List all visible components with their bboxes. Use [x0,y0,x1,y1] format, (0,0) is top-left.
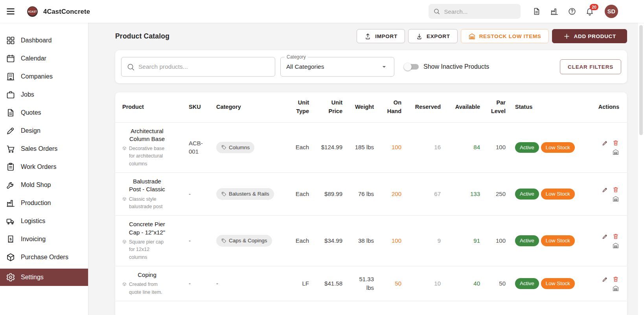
reserved-cell: 10 [406,266,445,301]
gear-icon [6,273,15,282]
sidebar-item-label: Dashboard [21,37,52,44]
restock-item-icon[interactable] [612,242,619,249]
menu-icon[interactable] [6,6,16,16]
weight-cell: 185 lbs [347,122,379,173]
briefcase-icon [6,90,15,99]
production-icon[interactable] [550,7,559,16]
unit-price-cell: $34.99 [314,216,347,266]
sidebar-item-sales-orders[interactable]: Sales Orders [0,140,88,158]
global-search-input[interactable] [444,8,516,15]
sidebar-item-quotes[interactable]: Quotes [0,104,88,122]
import-button[interactable]: IMPORT [357,29,405,43]
stock-status-badge: Low Stock [541,278,575,289]
restock-item-icon[interactable] [612,195,619,202]
on-hand-cell: 100 [379,122,406,173]
on-hand-cell: 200 [379,173,406,216]
clear-filters-button[interactable]: CLEAR FILTERS [560,59,621,74]
sidebar-item-label: Settings [21,274,44,281]
sidebar-item-label: Production [21,200,51,207]
edit-icon[interactable] [602,233,609,240]
sku-cell: - [184,173,212,216]
sidebar-item-design[interactable]: Design [0,122,88,140]
global-search[interactable] [429,4,521,19]
product-search-input[interactable] [138,63,270,70]
category-chip: Caps & Copings [216,235,272,247]
edit-icon[interactable] [602,139,609,147]
table-row: Architectural Column Base Decorative bas… [115,122,627,173]
calendar-icon [6,54,15,63]
product-table: Product SKU Category Unit Type Unit Pric… [115,92,627,315]
sidebar-item-label: Sales Orders [21,145,57,152]
edit-icon[interactable] [602,276,609,283]
documents-icon[interactable] [532,7,541,16]
unit-type-cell: Each [288,122,314,173]
plus-icon [563,33,570,40]
dashboard-icon [6,36,15,45]
status-badge: Active [515,235,539,246]
available-cell: 133 [445,173,485,216]
logo-text: 4CAST [28,10,37,13]
category-chip: Balusters & Rails [216,188,274,200]
export-button[interactable]: EXPORT [408,29,458,43]
reserved-cell: 16 [406,122,445,173]
document-icon [6,108,15,117]
table-row: Balustrade Post - Classic Classic style … [115,173,627,216]
col-actions: Actions [583,92,627,122]
sidebar-item-invoicing[interactable]: $ Invoicing [0,230,88,248]
product-search[interactable] [121,57,275,77]
add-product-button[interactable]: ADD PRODUCT [552,29,627,43]
bell-icon[interactable]: 20 [585,7,594,16]
sidebar-item-mold-shop[interactable]: Mold Shop [0,176,88,194]
unit-type-cell: LF [288,266,314,301]
wrench-icon [6,180,15,190]
col-sku: SKU [184,92,212,122]
show-inactive-toggle[interactable]: Show Inactive Products [404,63,489,70]
col-product: Product [115,92,184,122]
sidebar-item-purchase-orders[interactable]: Purchase Orders [0,248,88,266]
sidebar-item-label: Invoicing [21,236,46,243]
sidebar-item-production[interactable]: Production [0,194,88,212]
app-title: 4CastConcrete [43,8,90,15]
svg-text:$: $ [9,237,11,241]
warehouse-icon [468,33,476,40]
reserved-cell: 67 [406,173,445,216]
scrollbar-thumb[interactable] [639,25,643,135]
sidebar-item-jobs[interactable]: Jobs [0,86,88,104]
sidebar-item-logistics[interactable]: Logistics [0,212,88,230]
app-logo: 4CAST [27,6,38,17]
category-select-value: All Categories [286,63,324,70]
category-select[interactable]: Category All Categories [280,57,394,77]
delete-icon[interactable] [612,233,619,240]
sidebar-item-companies[interactable]: Companies [0,68,88,86]
restock-item-icon[interactable] [612,285,619,292]
delete-icon[interactable] [612,186,619,193]
notification-badge: 20 [590,4,598,10]
upload-icon [364,33,372,40]
toggle-track[interactable] [405,64,419,70]
category-cell: - [212,266,288,301]
truck-icon [6,216,15,226]
unit-type-cell: Each [288,216,314,266]
vertical-scrollbar[interactable] [638,23,644,315]
sidebar-item-label: Jobs [21,91,34,98]
sidebar-item-dashboard[interactable]: Dashboard [0,31,88,49]
restock-item-icon[interactable] [612,148,619,156]
available-cell: 91 [445,216,485,266]
restock-low-items-button[interactable]: RESTOCK LOW ITEMS [461,29,549,43]
delete-icon[interactable] [612,139,619,147]
user-avatar[interactable]: SD [605,5,618,18]
help-icon[interactable] [568,7,576,16]
edit-icon[interactable] [602,186,609,193]
on-hand-cell: 100 [379,216,406,266]
sidebar-item-label: Logistics [21,218,45,225]
status-badge: Active [515,189,539,200]
delete-icon[interactable] [612,276,619,283]
page-title: Product Catalog [115,32,169,40]
toggle-label: Show Inactive Products [423,63,489,70]
cube-icon [6,253,15,262]
sidebar-item-settings[interactable]: Settings [0,269,88,286]
sidebar-item-calendar[interactable]: Calendar [0,49,88,68]
sidebar-item-work-orders[interactable]: Work Orders [0,158,88,176]
stock-status-badge: Low Stock [541,235,575,246]
status-badge: Active [515,142,539,153]
